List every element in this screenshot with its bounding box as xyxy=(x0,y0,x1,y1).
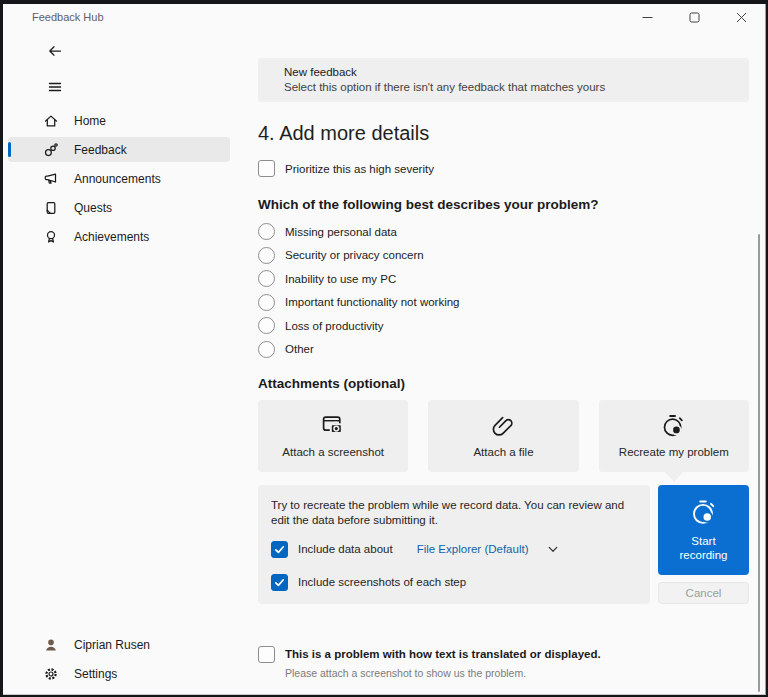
include-data-checkbox[interactable] xyxy=(271,541,288,558)
radio-label: Missing personal data xyxy=(285,226,397,238)
translation-hint: Please attach a screenshot to show us th… xyxy=(285,667,749,679)
quests-icon xyxy=(43,200,59,216)
back-button[interactable] xyxy=(39,38,71,64)
sidebar-item-home[interactable]: Home xyxy=(8,108,230,133)
banner-subtitle: Select this option if there isn't any fe… xyxy=(284,80,737,95)
include-data-label: Include data about xyxy=(298,542,393,557)
sidebar-item-label: Announcements xyxy=(74,172,161,186)
radio-option-functionality-not-working[interactable]: Important functionality not working xyxy=(258,294,749,311)
recording-panel: Try to recreate the problem while we rec… xyxy=(258,485,650,604)
page-title: 4. Add more details xyxy=(258,122,749,145)
problem-question-heading: Which of the following best describes yo… xyxy=(258,197,749,212)
attachments-heading: Attachments (optional) xyxy=(258,376,749,391)
sidebar-item-account[interactable]: Ciprian Rusen xyxy=(8,632,230,657)
new-feedback-banner[interactable]: New feedback Select this option if there… xyxy=(258,58,749,102)
sidebar-item-label: Settings xyxy=(74,667,117,681)
recording-description: Try to recreate the problem while we rec… xyxy=(271,498,634,528)
translation-label: This is a problem with how text is trans… xyxy=(285,646,601,660)
problem-options-list: Missing personal data Security or privac… xyxy=(258,223,749,358)
minimize-button[interactable] xyxy=(624,4,671,30)
window-controls xyxy=(624,4,765,30)
radio-icon[interactable] xyxy=(258,270,275,287)
screenshot-icon xyxy=(320,413,347,441)
include-screenshots-checkbox[interactable] xyxy=(271,574,288,591)
radio-option-missing-personal-data[interactable]: Missing personal data xyxy=(258,223,749,240)
callout-pointer xyxy=(663,470,685,482)
medal-icon xyxy=(43,229,59,245)
sidebar-item-label: Ciprian Rusen xyxy=(74,638,150,652)
recreate-problem-button[interactable]: Recreate my problem xyxy=(599,400,749,472)
include-screenshots-row[interactable]: Include screenshots of each step xyxy=(271,574,634,591)
stopwatch-icon xyxy=(660,413,687,441)
card-label: Attach a screenshot xyxy=(282,446,384,458)
banner-title: New feedback xyxy=(284,65,737,80)
sidebar-item-label: Feedback xyxy=(74,143,127,157)
recording-buttons: Start recording Cancel xyxy=(658,485,749,604)
main-content: New feedback Select this option if there… xyxy=(235,30,765,694)
card-label: Recreate my problem xyxy=(619,446,729,458)
radio-icon[interactable] xyxy=(258,317,275,334)
attachment-cards: Attach a screenshot Attach a file xyxy=(258,400,749,472)
recording-section: Try to recreate the problem while we rec… xyxy=(258,485,749,604)
sidebar-item-label: Quests xyxy=(74,201,112,215)
include-screenshots-label: Include screenshots of each step xyxy=(298,575,466,590)
start-recording-button[interactable]: Start recording xyxy=(658,485,749,575)
radio-icon[interactable] xyxy=(258,223,275,240)
app-window: Feedback Hub xyxy=(3,4,766,695)
radio-icon[interactable] xyxy=(258,247,275,264)
radio-icon[interactable] xyxy=(258,341,275,358)
card-label: Attach a file xyxy=(473,446,533,458)
sidebar-item-label: Home xyxy=(74,114,106,128)
radio-option-security-privacy[interactable]: Security or privacy concern xyxy=(258,247,749,264)
cancel-button[interactable]: Cancel xyxy=(658,582,749,604)
radio-label: Important functionality not working xyxy=(285,296,460,308)
gear-icon xyxy=(43,666,59,682)
sidebar-item-achievements[interactable]: Achievements xyxy=(8,224,230,249)
radio-icon[interactable] xyxy=(258,294,275,311)
radio-label: Security or privacy concern xyxy=(285,249,424,261)
radio-label: Loss of productivity xyxy=(285,320,383,332)
maximize-button[interactable] xyxy=(671,4,718,30)
sidebar-item-announcements[interactable]: Announcements xyxy=(8,166,230,191)
scrollbar-thumb[interactable] xyxy=(758,234,760,692)
chevron-down-icon[interactable] xyxy=(548,546,558,553)
stopwatch-record-icon xyxy=(689,498,719,530)
megaphone-icon xyxy=(43,171,59,187)
sidebar: Home Feedback Announcements Quests xyxy=(3,30,235,694)
severity-checkbox[interactable] xyxy=(258,160,275,177)
severity-label: Prioritize this as high severity xyxy=(285,163,434,175)
sidebar-item-label: Achievements xyxy=(74,230,149,244)
translation-checkbox-row[interactable]: This is a problem with how text is trans… xyxy=(258,646,749,663)
sidebar-item-settings[interactable]: Settings xyxy=(8,661,230,686)
sidebar-item-feedback[interactable]: Feedback xyxy=(8,137,230,162)
radio-label: Inability to use my PC xyxy=(285,273,396,285)
title-bar: Feedback Hub xyxy=(3,4,765,30)
radio-label: Other xyxy=(285,343,314,355)
severity-checkbox-row[interactable]: Prioritize this as high severity xyxy=(258,160,749,177)
hamburger-menu-icon[interactable] xyxy=(39,74,71,100)
app-selector-dropdown[interactable]: File Explorer (Default) xyxy=(417,542,529,557)
window-title: Feedback Hub xyxy=(32,11,104,23)
callout-pointer-row xyxy=(258,472,749,485)
feedback-icon xyxy=(43,142,59,158)
home-icon xyxy=(43,113,59,129)
translation-checkbox[interactable] xyxy=(258,646,275,663)
attach-file-button[interactable]: Attach a file xyxy=(428,400,578,472)
include-data-row[interactable]: Include data about File Explorer (Defaul… xyxy=(271,541,634,558)
cancel-label: Cancel xyxy=(686,587,722,599)
radio-option-loss-of-productivity[interactable]: Loss of productivity xyxy=(258,317,749,334)
avatar xyxy=(43,637,59,653)
start-recording-label: Start recording xyxy=(672,534,736,562)
radio-option-other[interactable]: Other xyxy=(258,341,749,358)
sidebar-item-quests[interactable]: Quests xyxy=(8,195,230,220)
paperclip-icon xyxy=(490,413,517,441)
close-button[interactable] xyxy=(718,4,765,30)
radio-option-inability-use-pc[interactable]: Inability to use my PC xyxy=(258,270,749,287)
attach-screenshot-button[interactable]: Attach a screenshot xyxy=(258,400,408,472)
